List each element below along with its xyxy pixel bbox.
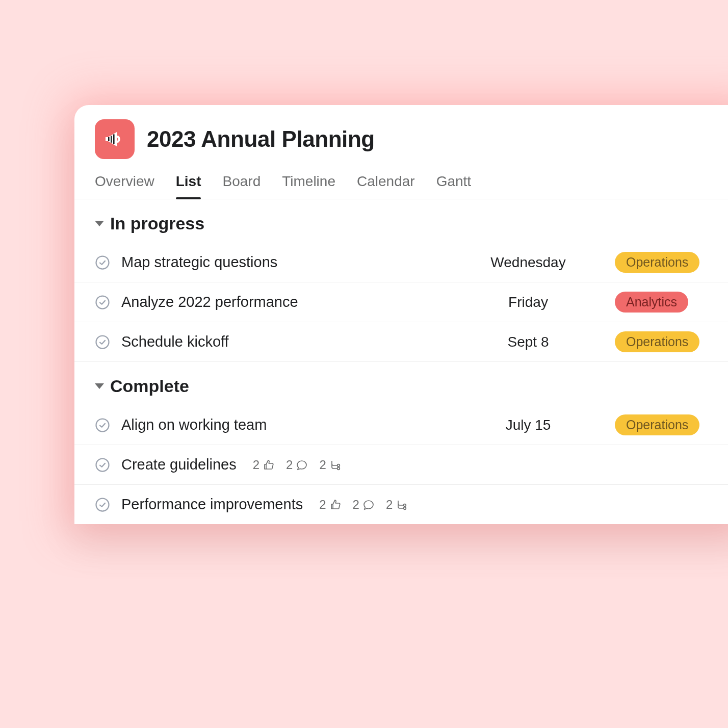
svg-point-4 (96, 296, 109, 308)
comment-icon (296, 459, 308, 471)
subtask-icon (329, 459, 342, 471)
project-title: 2023 Annual Planning (147, 126, 375, 152)
svg-rect-2 (113, 134, 115, 144)
tag-operations[interactable]: Operations (615, 414, 699, 435)
thumbs-up-icon (263, 459, 275, 471)
tabs-bar: Overview List Board Timeline Calendar Ga… (74, 164, 728, 199)
section-title: In progress (110, 214, 204, 233)
comments-count[interactable]: 2 (353, 498, 375, 512)
tag-operations[interactable]: Operations (615, 331, 699, 352)
task-row[interactable]: Create guidelines 2 2 2 (74, 445, 728, 485)
comments-count[interactable]: 2 (286, 458, 308, 472)
svg-rect-0 (108, 137, 110, 141)
tab-timeline[interactable]: Timeline (282, 173, 335, 199)
svg-rect-1 (111, 136, 112, 143)
caret-down-icon (95, 221, 104, 226)
section-title: Complete (110, 376, 189, 396)
section-header-complete[interactable]: Complete (74, 362, 728, 405)
task-date: Wednesday (457, 254, 600, 271)
check-circle-icon[interactable] (95, 255, 110, 270)
check-circle-icon[interactable] (95, 295, 110, 310)
svg-point-6 (96, 419, 109, 431)
subtask-icon (396, 499, 408, 511)
task-row[interactable]: Align on working team July 15 Operations (74, 405, 728, 445)
svg-point-10 (96, 498, 109, 511)
task-name: Analyze 2022 performance (121, 294, 298, 310)
tab-list[interactable]: List (176, 173, 201, 199)
task-row[interactable]: Schedule kickoff Sept 8 Operations (74, 322, 728, 362)
check-circle-icon[interactable] (95, 497, 110, 512)
likes-count[interactable]: 2 (253, 458, 275, 472)
project-window: 2023 Annual Planning Overview List Board… (74, 105, 728, 524)
comment-icon (362, 499, 375, 511)
tag-analytics[interactable]: Analytics (615, 292, 688, 313)
likes-count[interactable]: 2 (319, 498, 341, 512)
task-row[interactable]: Performance improvements 2 2 2 (74, 485, 728, 524)
tag-operations[interactable]: Operations (615, 252, 699, 273)
caret-down-icon (95, 383, 104, 389)
svg-point-9 (337, 467, 340, 470)
subtasks-count[interactable]: 2 (319, 458, 341, 472)
task-name: Schedule kickoff (121, 333, 229, 350)
task-row[interactable]: Map strategic questions Wednesday Operat… (74, 243, 728, 282)
svg-point-5 (96, 335, 109, 348)
tab-overview[interactable]: Overview (95, 173, 154, 199)
svg-point-11 (404, 504, 406, 506)
thumbs-up-icon (329, 499, 342, 511)
task-meta: 2 2 2 (319, 498, 408, 512)
task-date: July 15 (457, 417, 600, 433)
task-name: Align on working team (121, 417, 267, 433)
task-date: Sept 8 (457, 334, 600, 350)
task-meta: 2 2 2 (253, 458, 342, 472)
tab-calendar[interactable]: Calendar (357, 173, 415, 199)
task-name: Create guidelines (121, 456, 237, 473)
task-name: Performance improvements (121, 496, 303, 513)
tab-board[interactable]: Board (222, 173, 261, 199)
task-date: Friday (457, 294, 600, 310)
svg-point-7 (96, 458, 109, 471)
section-header-in-progress[interactable]: In progress (74, 199, 728, 243)
tab-gantt[interactable]: Gantt (436, 173, 471, 199)
megaphone-icon (95, 119, 135, 159)
task-row[interactable]: Analyze 2022 performance Friday Analytic… (74, 282, 728, 322)
svg-point-3 (96, 256, 109, 269)
project-header: 2023 Annual Planning (74, 105, 728, 164)
svg-point-12 (404, 507, 406, 509)
check-circle-icon[interactable] (95, 457, 110, 473)
subtasks-count[interactable]: 2 (386, 498, 408, 512)
task-name: Map strategic questions (121, 254, 277, 271)
check-circle-icon[interactable] (95, 334, 110, 350)
svg-point-8 (337, 464, 340, 466)
check-circle-icon[interactable] (95, 418, 110, 433)
